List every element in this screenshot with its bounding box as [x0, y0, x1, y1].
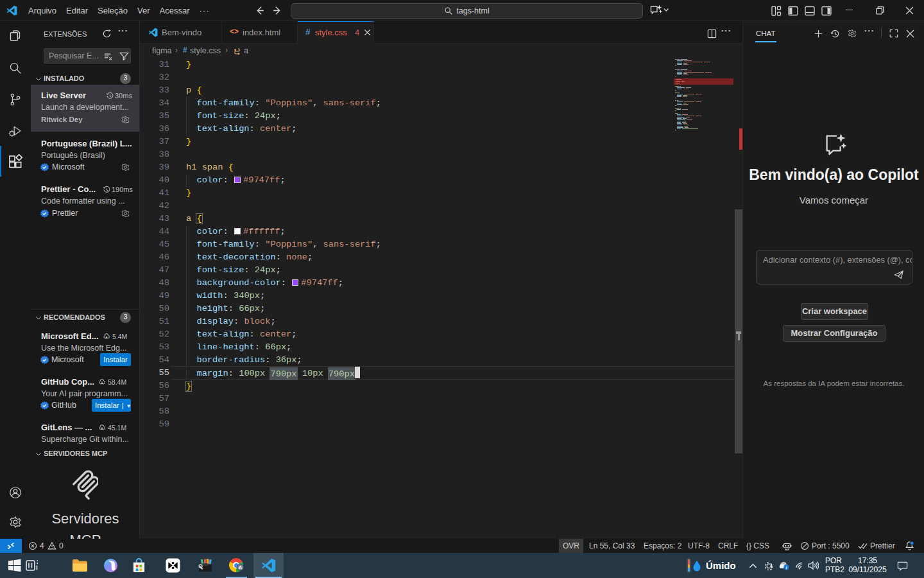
svg-text:i: i [786, 565, 787, 570]
